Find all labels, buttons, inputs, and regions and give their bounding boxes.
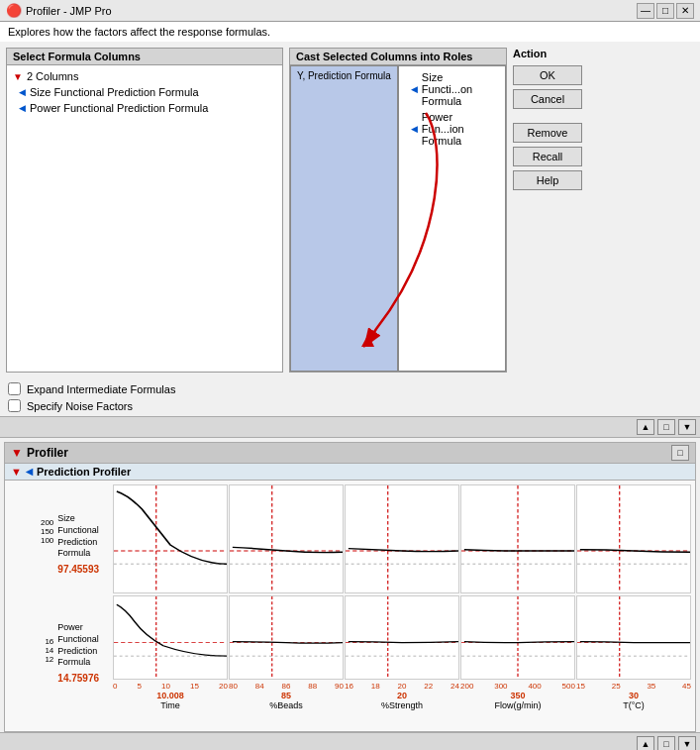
title-bar: 🔴 Profiler - JMP Pro — □ ✕ bbox=[0, 0, 700, 22]
y-axis-scale-16: 16 bbox=[45, 637, 53, 646]
blue-triangle-icon: ◀ bbox=[411, 124, 418, 134]
x-axis-time: 05101520 10.008 Time bbox=[113, 682, 228, 710]
axis-value-temp: 30 bbox=[629, 691, 639, 700]
expand-formulas-label: Expand Intermediate Formulas bbox=[27, 383, 175, 395]
cast-panel: Cast Selected Columns into Roles Y, Pred… bbox=[289, 48, 507, 373]
column-name: Power Functional Prediction Formula bbox=[30, 102, 208, 114]
cast-role-button[interactable]: Y, Prediction Formula bbox=[290, 65, 398, 372]
profiler-section: ▼ Profiler □ ▼ ◀ Prediction Profiler 200… bbox=[4, 442, 696, 732]
page-button[interactable]: □ bbox=[657, 419, 675, 435]
recall-button[interactable]: Recall bbox=[513, 147, 582, 166]
x-axis-strength: 1618202224 20 %Strength bbox=[345, 682, 459, 710]
row1-y-value: 97.45593 bbox=[57, 564, 99, 575]
y-axis-scale-12: 12 bbox=[45, 655, 53, 664]
axis-value-flow: 350 bbox=[510, 691, 525, 700]
cast-item[interactable]: ◀ Power Fun...ion Formula bbox=[403, 110, 501, 148]
profiler-title: Profiler bbox=[27, 446, 68, 460]
axis-name-beads: %Beads bbox=[269, 700, 303, 710]
row2-y-label: PowerFunctionalPredictionFormula bbox=[57, 622, 99, 669]
chart-cell bbox=[229, 595, 344, 680]
profiler-header: ▼ Profiler □ bbox=[5, 443, 695, 464]
noise-factors-checkbox[interactable]: Specify Noise Factors bbox=[8, 399, 692, 412]
profiler-expand-button[interactable]: □ bbox=[671, 445, 689, 461]
app-icon: 🔴 bbox=[6, 3, 22, 18]
expand-formulas-checkbox[interactable]: Expand Intermediate Formulas bbox=[8, 382, 692, 395]
description: Explores how the factors affect the resp… bbox=[0, 22, 700, 42]
minimize-button[interactable]: — bbox=[637, 3, 654, 19]
x-axis-temp: 15253545 30 T(°C) bbox=[576, 682, 691, 710]
remove-button[interactable]: Remove bbox=[513, 123, 582, 143]
chart-cell bbox=[345, 595, 459, 680]
chart-cell bbox=[113, 484, 228, 593]
chart-cell bbox=[576, 595, 691, 680]
noise-factors-input[interactable] bbox=[8, 399, 21, 412]
axis-value-strength: 20 bbox=[397, 691, 407, 700]
toolbar-strip: ▲ □ ▼ bbox=[0, 416, 700, 438]
expand-formulas-input[interactable] bbox=[8, 382, 21, 395]
chart-cell bbox=[229, 484, 344, 593]
pp-red-triangle: ▼ bbox=[11, 466, 22, 478]
blue-triangle-icon: ◀ bbox=[411, 84, 418, 94]
row1-y-label: SizeFunctionalPredictionFormula bbox=[57, 513, 99, 560]
ok-button[interactable]: OK bbox=[513, 65, 582, 85]
axis-name-temp: T(°C) bbox=[623, 700, 645, 710]
help-button[interactable]: Help bbox=[513, 170, 582, 190]
prediction-profiler: ▼ ◀ Prediction Profiler 200 150 100 bbox=[5, 464, 695, 731]
blue-triangle-icon: ◀ bbox=[19, 87, 26, 97]
pp-blue-triangle: ◀ bbox=[26, 467, 33, 477]
chart-cell bbox=[460, 595, 575, 680]
bottom-up-button[interactable]: ▲ bbox=[637, 736, 654, 751]
chart-cell bbox=[576, 484, 691, 593]
column-name: Size Functional Prediction Formula bbox=[30, 86, 199, 98]
window-title: Profiler - JMP Pro bbox=[26, 5, 112, 17]
cast-item[interactable]: ◀ Size Functi...on Formula bbox=[403, 70, 501, 108]
axis-name-time: Time bbox=[160, 700, 180, 710]
cast-panel-header: Cast Selected Columns into Roles bbox=[290, 49, 506, 65]
noise-factors-label: Specify Noise Factors bbox=[27, 400, 133, 412]
cast-item-label: Size Functi...on Formula bbox=[422, 71, 493, 107]
formula-columns-header: Select Formula Columns bbox=[7, 49, 282, 65]
list-item[interactable]: ◀ Power Functional Prediction Formula bbox=[11, 101, 278, 115]
formula-columns-panel: Select Formula Columns ▼ 2 Columns ◀ Siz… bbox=[6, 48, 283, 373]
cast-item-label: Power Fun...ion Formula bbox=[422, 111, 493, 147]
axis-value-beads: 85 bbox=[281, 691, 291, 700]
y-axis-scale-150: 150 bbox=[41, 527, 53, 536]
x-axis-beads: 8084868890 85 %Beads bbox=[229, 682, 344, 710]
bottom-toolbar: ▲ □ ▼ bbox=[0, 732, 700, 750]
close-button[interactable]: ✕ bbox=[676, 3, 694, 19]
axis-value-time: 10.008 bbox=[156, 691, 184, 700]
y-axis-scale-14: 14 bbox=[45, 646, 53, 655]
pp-title: Prediction Profiler bbox=[37, 466, 131, 478]
up-button[interactable]: ▲ bbox=[637, 419, 654, 435]
y-axis-scale-100: 100 bbox=[41, 536, 53, 545]
chart-cell bbox=[113, 595, 228, 680]
maximize-button[interactable]: □ bbox=[656, 3, 674, 19]
action-header: Action bbox=[513, 48, 582, 59]
blue-triangle-icon: ◀ bbox=[19, 103, 26, 113]
columns-count: 2 Columns bbox=[27, 70, 79, 82]
profiler-red-triangle: ▼ bbox=[11, 446, 23, 460]
chart-cell bbox=[345, 484, 459, 593]
bottom-dropdown-button[interactable]: ▼ bbox=[678, 736, 696, 751]
columns-group-header[interactable]: ▼ 2 Columns bbox=[11, 69, 278, 83]
axis-name-flow: Flow(g/min) bbox=[494, 700, 541, 710]
row2-y-value: 14.75976 bbox=[57, 673, 99, 684]
pp-header: ▼ ◀ Prediction Profiler bbox=[5, 464, 695, 481]
red-triangle-icon: ▼ bbox=[13, 71, 23, 82]
dropdown-button[interactable]: ▼ bbox=[678, 419, 696, 435]
chart-cell bbox=[460, 484, 575, 593]
axis-name-strength: %Strength bbox=[381, 700, 423, 710]
cancel-button[interactable]: Cancel bbox=[513, 89, 582, 109]
action-panel: Action OK Cancel Remove Recall Help bbox=[513, 48, 582, 373]
list-item[interactable]: ◀ Size Functional Prediction Formula bbox=[11, 85, 278, 99]
y-axis-scale-200: 200 bbox=[41, 518, 53, 527]
x-axis-flow: 200300400500 350 Flow(g/min) bbox=[460, 682, 575, 710]
bottom-page-button[interactable]: □ bbox=[657, 736, 675, 751]
